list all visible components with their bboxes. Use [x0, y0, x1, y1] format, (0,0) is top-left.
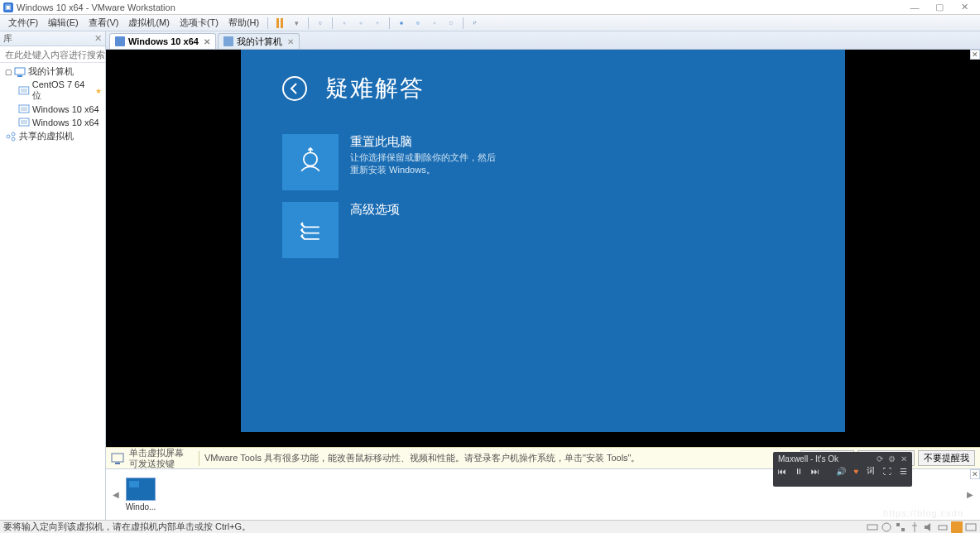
mp-pin-icon[interactable]: ⟳: [877, 454, 883, 463]
mp-lyrics-button[interactable]: 词: [867, 465, 875, 477]
tray-cd-icon[interactable]: [881, 521, 892, 533]
mp-like-icon[interactable]: ♥: [854, 467, 859, 476]
title-vm-name: Windows 10 x64: [17, 2, 84, 12]
svg-point-5: [377, 22, 378, 22]
tree-shared[interactable]: 共享的虚拟机: [0, 129, 105, 143]
unity-icon[interactable]: [411, 17, 425, 30]
mp-settings-icon[interactable]: ⚙: [888, 454, 896, 463]
menu-view[interactable]: 查看(V): [84, 17, 124, 29]
viewport-close-icon[interactable]: ✕: [970, 50, 980, 60]
svg-rect-7: [401, 22, 403, 24]
tray-network-icon[interactable]: [895, 521, 906, 533]
minimize-button[interactable]: —: [902, 2, 927, 12]
snapshot-revert-icon[interactable]: [354, 17, 368, 30]
title-sep: -: [84, 2, 92, 12]
tab-icon: [115, 36, 125, 46]
send-ctrl-alt-del-icon[interactable]: [314, 17, 327, 30]
mp-prev-icon[interactable]: ⏮: [778, 467, 786, 476]
tab-close-icon[interactable]: ✕: [287, 37, 294, 46]
fullscreen-icon[interactable]: [395, 17, 408, 30]
app-icon: ▣: [3, 2, 13, 12]
svg-rect-28: [115, 463, 120, 464]
snapshot-manager-icon[interactable]: [371, 17, 384, 30]
sidebar-title: 库: [3, 32, 12, 45]
mp-playlist-icon[interactable]: ☰: [900, 467, 907, 476]
menu-file[interactable]: 文件(F): [3, 17, 43, 29]
menu-help[interactable]: 帮助(H): [223, 17, 264, 29]
mp-pip-icon[interactable]: ⛶: [883, 467, 891, 476]
tree-item-win10-1[interactable]: Windows 10 x64: [0, 103, 105, 116]
music-player[interactable]: Maxwell - It's Ok ⟳ ⚙ ✕ ⏮ ⏸ ⏭ 🔊 ♥ 词 ⛶ ☰: [773, 452, 912, 487]
vm-icon: [18, 103, 30, 115]
vm-viewport[interactable]: 疑难解答 重置此电脑 让你选择保留或删除你的文件，然后重新安装 Windows。…: [106, 50, 980, 447]
tree-item-label: CentOS 7 64 位: [32, 79, 95, 102]
tree-item-win10-2[interactable]: Windows 10 x64: [0, 116, 105, 129]
mp-close-icon[interactable]: ✕: [901, 454, 907, 463]
tab-icon: [223, 36, 233, 46]
tree-root[interactable]: ▢ 我的计算机: [0, 65, 105, 79]
system-tray: [867, 521, 977, 533]
never-remind-button[interactable]: 不要提醒我: [918, 450, 975, 466]
info-text-click: 单击虚拟屏幕 可发送按键: [129, 448, 184, 468]
svg-point-26: [304, 152, 317, 166]
recovery-screen: 疑难解答 重置此电脑 让你选择保留或删除你的文件，然后重新安装 Windows。…: [241, 50, 845, 432]
option-title: 高级选项: [350, 202, 400, 218]
tray-disk-icon[interactable]: [867, 521, 878, 533]
tab-mycomputer[interactable]: 我的计算机 ✕: [218, 33, 300, 49]
svg-point-3: [360, 22, 363, 24]
sidebar-header: 库 ✕: [0, 31, 105, 46]
sidebar-close-icon[interactable]: ✕: [94, 33, 102, 44]
thumbnail-icon[interactable]: [468, 17, 482, 30]
menu-vm[interactable]: 虚拟机(M): [123, 17, 175, 29]
tab-close-icon[interactable]: ✕: [204, 37, 210, 46]
mp-pause-icon[interactable]: ⏸: [795, 467, 803, 476]
advanced-icon: [282, 202, 339, 258]
vm-tree: ▢ 我的计算机 CentOS 7 64 位 ★ Windows 10 x64 W…: [0, 63, 105, 145]
thumb-next-icon[interactable]: ▶: [965, 490, 975, 499]
tray-printer-icon[interactable]: [937, 521, 949, 533]
svg-rect-20: [21, 107, 27, 111]
vm-icon: [18, 85, 30, 97]
thumbnail[interactable]: Windo...: [124, 478, 157, 511]
maximize-button[interactable]: ▢: [927, 2, 952, 12]
menu-edit[interactable]: 编辑(E): [43, 17, 84, 29]
back-button[interactable]: [282, 76, 307, 101]
pause-button[interactable]: [273, 17, 286, 30]
svg-rect-11: [474, 22, 475, 22]
close-button[interactable]: ✕: [952, 2, 977, 12]
main-area: Windows 10 x64 ✕ 我的计算机 ✕ 疑难解答 重置此电脑: [106, 31, 980, 520]
tray-usb-icon[interactable]: [909, 521, 920, 533]
svg-rect-9: [417, 22, 419, 24]
svg-point-24: [12, 132, 15, 136]
toolbar-dropdown[interactable]: ▾: [290, 17, 303, 30]
tree-item-label: Windows 10 x64: [32, 104, 99, 114]
sidebar-search: ▾: [0, 46, 105, 63]
vm-icon: [18, 117, 30, 128]
tray-message-icon[interactable]: [965, 521, 977, 533]
tray-display-icon[interactable]: [951, 521, 963, 533]
snapshot-icon[interactable]: [338, 17, 351, 30]
thumb-prev-icon[interactable]: ◀: [111, 490, 121, 499]
option-reset-pc[interactable]: 重置此电脑 让你选择保留或删除你的文件，然后重新安装 Windows。: [282, 134, 804, 190]
svg-rect-10: [450, 22, 453, 24]
thumbstrip-close-icon[interactable]: ✕: [970, 469, 980, 479]
svg-rect-18: [21, 89, 27, 93]
menubar: 文件(F) 编辑(E) 查看(V) 虚拟机(M) 选项卡(T) 帮助(H) ▾: [0, 15, 980, 31]
stretch-icon[interactable]: [428, 17, 441, 30]
search-input[interactable]: [5, 50, 119, 60]
tabstrip: Windows 10 x64 ✕ 我的计算机 ✕: [106, 31, 980, 50]
mp-next-icon[interactable]: ⏭: [811, 467, 819, 476]
tree-item-centos[interactable]: CentOS 7 64 位 ★: [0, 79, 105, 103]
console-icon[interactable]: [444, 17, 458, 30]
tab-label: 我的计算机: [237, 36, 282, 48]
mp-volume-icon[interactable]: 🔊: [836, 467, 846, 476]
track-title: Maxwell - It's Ok: [778, 454, 838, 463]
tray-sound-icon[interactable]: [923, 521, 934, 533]
option-advanced[interactable]: 高级选项: [282, 202, 804, 258]
computer-icon: [14, 66, 26, 78]
tree-shared-label: 共享的虚拟机: [19, 130, 74, 142]
svg-rect-27: [112, 454, 123, 462]
svg-rect-8: [417, 22, 420, 24]
menu-tabs[interactable]: 选项卡(T): [175, 17, 223, 29]
tab-windows10[interactable]: Windows 10 x64 ✕: [109, 33, 216, 49]
